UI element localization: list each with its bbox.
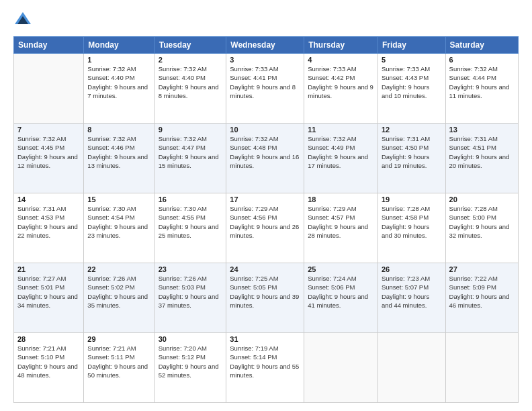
day-cell: 28Sunrise: 7:21 AMSunset: 5:10 PMDayligh…: [14, 333, 84, 403]
day-info: Sunrise: 7:19 AMSunset: 5:14 PMDaylight:…: [230, 344, 300, 379]
day-number: 12: [382, 126, 442, 134]
day-header-sunday: Sunday: [14, 37, 84, 54]
day-info: Sunrise: 7:21 AMSunset: 5:11 PMDaylight:…: [87, 344, 150, 379]
day-info: Sunrise: 7:32 AMSunset: 4:44 PMDaylight:…: [449, 64, 515, 100]
day-cell: 12Sunrise: 7:31 AMSunset: 4:50 PMDayligh…: [378, 124, 445, 193]
day-cell: 8Sunrise: 7:32 AMSunset: 4:46 PMDaylight…: [84, 124, 154, 193]
day-number: 23: [159, 265, 223, 273]
day-cell: 3Sunrise: 7:33 AMSunset: 4:41 PMDaylight…: [226, 54, 304, 124]
calendar-table: SundayMondayTuesdayWednesdayThursdayFrid…: [13, 36, 519, 403]
day-number: 11: [308, 126, 374, 134]
header: [13, 11, 519, 30]
day-info: Sunrise: 7:29 AMSunset: 4:57 PMDaylight:…: [308, 204, 374, 240]
week-row-4: 21Sunrise: 7:27 AMSunset: 5:01 PMDayligh…: [14, 263, 519, 333]
day-cell: 14Sunrise: 7:31 AMSunset: 4:53 PMDayligh…: [14, 193, 84, 263]
day-cell: 2Sunrise: 7:32 AMSunset: 4:40 PMDaylight…: [154, 54, 226, 124]
day-info: Sunrise: 7:31 AMSunset: 4:51 PMDaylight:…: [449, 134, 515, 170]
day-info: Sunrise: 7:33 AMSunset: 4:43 PMDaylight:…: [382, 64, 442, 100]
day-header-thursday: Thursday: [304, 37, 378, 54]
day-cell: 21Sunrise: 7:27 AMSunset: 5:01 PMDayligh…: [14, 263, 84, 333]
day-cell: 30Sunrise: 7:20 AMSunset: 5:12 PMDayligh…: [154, 333, 226, 403]
day-header-saturday: Saturday: [445, 37, 518, 54]
day-number: 6: [449, 56, 515, 64]
day-info: Sunrise: 7:26 AMSunset: 5:02 PMDaylight:…: [87, 274, 150, 310]
day-number: 13: [449, 126, 515, 134]
day-cell: [14, 54, 84, 124]
day-number: 1: [87, 56, 150, 64]
day-number: 18: [308, 195, 374, 203]
day-cell: [445, 333, 518, 403]
week-row-3: 14Sunrise: 7:31 AMSunset: 4:53 PMDayligh…: [14, 193, 519, 263]
day-info: Sunrise: 7:31 AMSunset: 4:50 PMDaylight:…: [382, 134, 442, 170]
day-info: Sunrise: 7:32 AMSunset: 4:40 PMDaylight:…: [159, 64, 223, 100]
day-info: Sunrise: 7:32 AMSunset: 4:47 PMDaylight:…: [159, 134, 223, 170]
day-header-tuesday: Tuesday: [154, 37, 226, 54]
day-cell: 6Sunrise: 7:32 AMSunset: 4:44 PMDaylight…: [445, 54, 518, 124]
day-number: 19: [382, 195, 442, 203]
day-cell: 25Sunrise: 7:24 AMSunset: 5:06 PMDayligh…: [304, 263, 378, 333]
day-number: 25: [308, 265, 374, 273]
week-row-5: 28Sunrise: 7:21 AMSunset: 5:10 PMDayligh…: [14, 333, 519, 403]
day-info: Sunrise: 7:30 AMSunset: 4:54 PMDaylight:…: [87, 204, 150, 240]
day-number: 24: [230, 265, 300, 273]
day-cell: 18Sunrise: 7:29 AMSunset: 4:57 PMDayligh…: [304, 193, 378, 263]
day-number: 10: [230, 126, 300, 134]
day-cell: 10Sunrise: 7:32 AMSunset: 4:48 PMDayligh…: [226, 124, 304, 193]
day-info: Sunrise: 7:32 AMSunset: 4:46 PMDaylight:…: [87, 134, 150, 170]
day-cell: 22Sunrise: 7:26 AMSunset: 5:02 PMDayligh…: [84, 263, 154, 333]
header-row: SundayMondayTuesdayWednesdayThursdayFrid…: [14, 37, 519, 54]
day-info: Sunrise: 7:32 AMSunset: 4:49 PMDaylight:…: [308, 134, 374, 170]
day-header-friday: Friday: [378, 37, 445, 54]
day-info: Sunrise: 7:33 AMSunset: 4:41 PMDaylight:…: [230, 64, 300, 100]
day-info: Sunrise: 7:21 AMSunset: 5:10 PMDaylight:…: [17, 344, 80, 379]
day-number: 3: [230, 56, 300, 64]
day-number: 28: [17, 335, 80, 343]
day-info: Sunrise: 7:20 AMSunset: 5:12 PMDaylight:…: [159, 344, 223, 379]
week-row-1: 1Sunrise: 7:32 AMSunset: 4:40 PMDaylight…: [14, 54, 519, 124]
logo: [13, 11, 34, 30]
day-cell: 27Sunrise: 7:22 AMSunset: 5:09 PMDayligh…: [445, 263, 518, 333]
day-info: Sunrise: 7:23 AMSunset: 5:07 PMDaylight:…: [382, 274, 442, 310]
day-number: 5: [382, 56, 442, 64]
day-number: 15: [87, 195, 150, 203]
day-number: 9: [159, 126, 223, 134]
day-info: Sunrise: 7:26 AMSunset: 5:03 PMDaylight:…: [159, 274, 223, 310]
day-cell: 9Sunrise: 7:32 AMSunset: 4:47 PMDaylight…: [154, 124, 226, 193]
day-number: 8: [87, 126, 150, 134]
day-info: Sunrise: 7:24 AMSunset: 5:06 PMDaylight:…: [308, 274, 374, 310]
day-cell: 5Sunrise: 7:33 AMSunset: 4:43 PMDaylight…: [378, 54, 445, 124]
day-number: 30: [159, 335, 223, 343]
day-number: 26: [382, 265, 442, 273]
day-header-wednesday: Wednesday: [226, 37, 304, 54]
day-number: 7: [17, 126, 80, 134]
week-row-2: 7Sunrise: 7:32 AMSunset: 4:45 PMDaylight…: [14, 124, 519, 193]
day-cell: [378, 333, 445, 403]
day-cell: 15Sunrise: 7:30 AMSunset: 4:54 PMDayligh…: [84, 193, 154, 263]
day-number: 29: [87, 335, 150, 343]
day-cell: 29Sunrise: 7:21 AMSunset: 5:11 PMDayligh…: [84, 333, 154, 403]
day-cell: [304, 333, 378, 403]
day-info: Sunrise: 7:32 AMSunset: 4:40 PMDaylight:…: [87, 64, 150, 100]
day-info: Sunrise: 7:28 AMSunset: 4:58 PMDaylight:…: [382, 204, 442, 240]
day-cell: 16Sunrise: 7:30 AMSunset: 4:55 PMDayligh…: [154, 193, 226, 263]
day-cell: 13Sunrise: 7:31 AMSunset: 4:51 PMDayligh…: [445, 124, 518, 193]
day-info: Sunrise: 7:22 AMSunset: 5:09 PMDaylight:…: [449, 274, 515, 310]
day-number: 27: [449, 265, 515, 273]
day-number: 14: [17, 195, 80, 203]
day-cell: 23Sunrise: 7:26 AMSunset: 5:03 PMDayligh…: [154, 263, 226, 333]
day-info: Sunrise: 7:32 AMSunset: 4:48 PMDaylight:…: [230, 134, 300, 170]
day-info: Sunrise: 7:28 AMSunset: 5:00 PMDaylight:…: [449, 204, 515, 240]
day-number: 4: [308, 56, 374, 64]
day-cell: 1Sunrise: 7:32 AMSunset: 4:40 PMDaylight…: [84, 54, 154, 124]
day-info: Sunrise: 7:32 AMSunset: 4:45 PMDaylight:…: [17, 134, 80, 170]
day-number: 21: [17, 265, 80, 273]
logo-icon: [13, 11, 32, 30]
day-number: 2: [159, 56, 223, 64]
day-header-monday: Monday: [84, 37, 154, 54]
day-info: Sunrise: 7:33 AMSunset: 4:42 PMDaylight:…: [308, 64, 374, 100]
day-number: 22: [87, 265, 150, 273]
page: SundayMondayTuesdayWednesdayThursdayFrid…: [0, 0, 532, 411]
day-info: Sunrise: 7:31 AMSunset: 4:53 PMDaylight:…: [17, 204, 80, 240]
day-cell: 4Sunrise: 7:33 AMSunset: 4:42 PMDaylight…: [304, 54, 378, 124]
day-cell: 20Sunrise: 7:28 AMSunset: 5:00 PMDayligh…: [445, 193, 518, 263]
